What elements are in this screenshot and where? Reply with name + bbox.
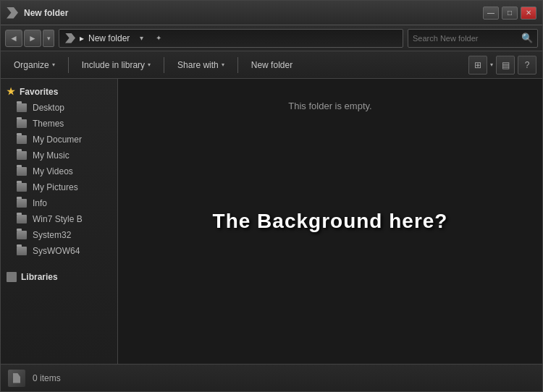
content-area: This folder is empty. The Background her… bbox=[118, 79, 542, 364]
search-box[interactable]: 🔍 bbox=[408, 29, 538, 48]
sidebar-item-syswow64[interactable]: SysWOW64 bbox=[1, 243, 117, 259]
include-chevron: ▾ bbox=[148, 61, 151, 68]
sidebar-item-desktop[interactable]: Desktop bbox=[1, 100, 117, 116]
empty-folder-message: This folder is empty. bbox=[288, 101, 371, 111]
title-bar-icon bbox=[7, 7, 18, 19]
organize-chevron: ▾ bbox=[52, 61, 55, 68]
win7style-folder-icon bbox=[17, 215, 27, 223]
sidebar-item-themes[interactable]: Themes bbox=[1, 116, 117, 132]
maximize-button[interactable]: □ bbox=[502, 7, 518, 20]
toolbar: Organize ▾ Include in library ▾ Share wi… bbox=[1, 51, 542, 79]
address-bar: ◄ ► ▾ ▸ New folder ▾ ✦ 🔍 bbox=[1, 25, 542, 51]
myvideos-folder-icon bbox=[17, 167, 27, 176]
libraries-icon bbox=[7, 272, 17, 282]
recent-locations-button[interactable]: ▾ bbox=[43, 30, 54, 47]
share-with-button[interactable]: Share with ▾ bbox=[170, 55, 232, 75]
include-in-library-button[interactable]: Include in library ▾ bbox=[75, 55, 158, 75]
window-controls: — □ ✕ bbox=[483, 7, 536, 20]
status-file-icon bbox=[13, 373, 20, 383]
forward-button[interactable]: ► bbox=[24, 30, 41, 47]
organize-button[interactable]: Organize ▾ bbox=[7, 55, 62, 75]
system32-folder-icon bbox=[17, 231, 27, 239]
sidebar-item-mydocuments[interactable]: My Documer bbox=[1, 132, 117, 148]
toolbar-divider-1 bbox=[68, 57, 69, 73]
help-button[interactable]: ? bbox=[518, 56, 536, 74]
favorites-section: ★ Favorites Desktop Themes My Documer bbox=[1, 79, 117, 263]
background-text: The Background here? bbox=[213, 210, 448, 233]
new-folder-button[interactable]: New folder bbox=[244, 55, 300, 75]
themes-folder-icon bbox=[17, 119, 27, 128]
breadcrumb-label: New folder bbox=[88, 33, 130, 43]
toolbar-divider-3 bbox=[237, 57, 238, 73]
sidebar: ★ Favorites Desktop Themes My Documer bbox=[1, 79, 118, 364]
items-count: 0 items bbox=[33, 373, 61, 383]
mydocuments-folder-icon bbox=[17, 135, 27, 144]
address-path[interactable]: ▸ New folder ▾ ✦ bbox=[59, 29, 403, 48]
mymusic-folder-icon bbox=[17, 151, 27, 160]
preview-pane-button[interactable]: ▤ bbox=[496, 56, 515, 74]
close-button[interactable]: ✕ bbox=[521, 7, 536, 20]
status-bar: 0 items bbox=[1, 364, 542, 391]
sidebar-item-mypictures[interactable]: My Pictures bbox=[1, 179, 117, 195]
search-icon: 🔍 bbox=[521, 33, 533, 43]
explorer-window: New folder — □ ✕ ◄ ► ▾ ▸ New folder ▾ ✦ … bbox=[0, 0, 543, 392]
view-chevron[interactable]: ▾ bbox=[490, 61, 493, 68]
sidebar-item-system32[interactable]: System32 bbox=[1, 227, 117, 243]
sidebar-item-mymusic[interactable]: My Music bbox=[1, 148, 117, 163]
sidebar-item-win7style[interactable]: Win7 Style B bbox=[1, 211, 117, 227]
back-button[interactable]: ◄ bbox=[5, 30, 22, 47]
search-input[interactable] bbox=[413, 34, 518, 43]
minimize-button[interactable]: — bbox=[483, 7, 499, 20]
toolbar-right: ⊞ ▾ ▤ ? bbox=[468, 56, 536, 74]
title-bar: New folder — □ ✕ bbox=[1, 1, 542, 25]
path-folder-icon bbox=[65, 33, 75, 43]
favorites-star-icon: ★ bbox=[7, 86, 15, 97]
view-mode-button[interactable]: ⊞ bbox=[468, 56, 487, 74]
window-title: New folder bbox=[24, 8, 483, 18]
syswow64-folder-icon bbox=[17, 247, 27, 255]
sidebar-item-myvideos[interactable]: My Videos bbox=[1, 163, 117, 179]
main-area: ★ Favorites Desktop Themes My Documer bbox=[1, 79, 542, 364]
toolbar-divider-2 bbox=[164, 57, 164, 73]
breadcrumb-arrow: ▸ bbox=[80, 33, 84, 43]
dropdown-arrow-btn[interactable]: ▾ bbox=[134, 29, 148, 48]
libraries-header[interactable]: Libraries bbox=[1, 269, 117, 285]
favorites-header: ★ Favorites bbox=[1, 83, 117, 100]
status-icon bbox=[8, 370, 25, 387]
info-folder-icon bbox=[17, 199, 27, 208]
address-actions: ▾ ✦ bbox=[134, 29, 166, 48]
pin-button[interactable]: ✦ bbox=[151, 29, 166, 48]
desktop-folder-icon bbox=[17, 103, 27, 112]
mypictures-folder-icon bbox=[17, 183, 27, 192]
share-chevron: ▾ bbox=[222, 61, 224, 68]
nav-buttons: ◄ ► ▾ bbox=[5, 30, 54, 47]
sidebar-item-info[interactable]: Info bbox=[1, 195, 117, 211]
